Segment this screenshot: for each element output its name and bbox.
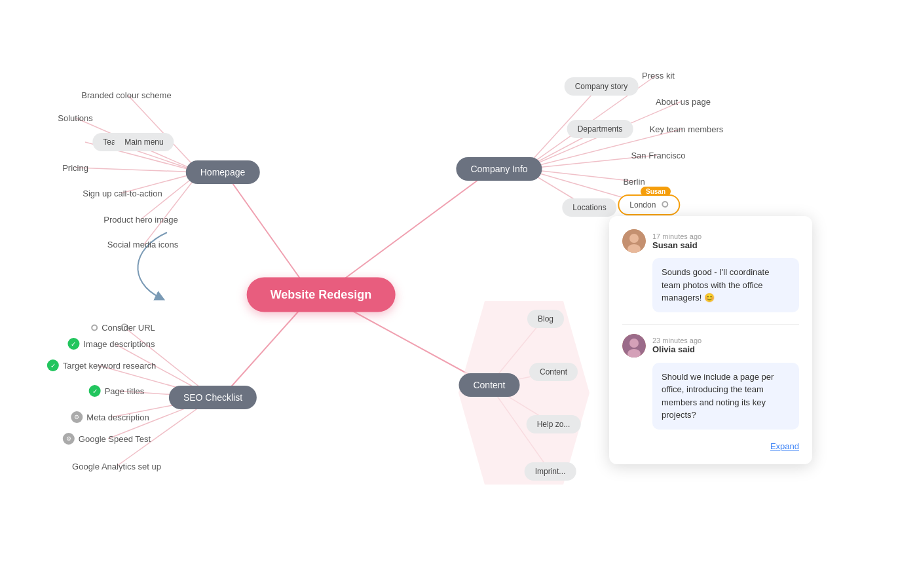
comment-1-text: Sounds good - I'll coordinate team photo… [662,267,769,303]
main-menu-node[interactable]: Main menu [114,133,174,151]
svg-point-36 [629,234,639,243]
berlin-label: Berlin [623,177,645,187]
svg-point-39 [629,339,639,348]
san-francisco-node: San Francisco [631,151,685,160]
keyword-research-label: Target keyword research [63,361,156,371]
imprint-label: Imprint... [535,467,566,476]
homepage-label: Homepage [200,167,246,177]
blog-node[interactable]: Blog [527,310,564,328]
image-desc-check-icon: ✓ [67,338,79,350]
svg-line-11 [144,172,200,244]
company-info-label: Company Info [470,164,527,174]
central-node: Website Redesign [247,278,396,312]
key-team-node: Key team members [650,124,724,134]
svg-line-8 [75,168,200,172]
about-us-label: About us page [656,97,711,107]
comment-2-text: Should we include a page per office, int… [662,372,774,420]
help-zone-node[interactable]: Help zo... [527,415,581,433]
google-speed-node: ⚙ Google Speed Test [63,433,151,445]
blog-label: Blog [538,314,553,323]
pricing-node: Pricing [62,163,88,173]
content-leaf-label: Content [540,367,567,377]
about-us-node: About us page [656,97,711,107]
seo-checklist-node[interactable]: SEO Checklist [169,386,257,409]
comment-2-bubble: Should we include a page per office, int… [652,363,799,430]
meta-desc-label: Meta description [86,413,149,422]
google-speed-gear-icon: ⚙ [63,433,75,445]
comment-2-meta: 23 minutes ago Olivia said [652,337,702,354]
page-titles-check-icon: ✓ [89,385,101,397]
locations-label: Locations [572,203,606,212]
central-node-label: Website Redesign [271,288,372,301]
social-media-label: Social media icons [107,240,178,249]
main-menu-label: Main menu [124,138,163,147]
comment-2: 23 minutes ago Olivia said Should we inc… [622,334,799,430]
pricing-label: Pricing [62,163,88,173]
company-story-label: Company story [575,82,628,91]
seo-checklist-label: SEO Checklist [183,392,242,403]
product-hero-node: Product hero image [103,215,178,225]
comment-1-header: 17 minutes ago Susan said [622,229,799,253]
company-info-node[interactable]: Company Info [456,157,542,181]
comment-1-author: Susan said [652,240,702,250]
comment-2-header: 23 minutes ago Olivia said [622,334,799,358]
comment-2-time: 23 minutes ago [652,337,702,344]
comment-1-time: 17 minutes ago [652,232,702,240]
keyword-research-node: ✓ Target keyword research [47,359,156,371]
google-speed-label: Google Speed Test [79,434,151,444]
imprint-node[interactable]: Imprint... [525,462,576,481]
consider-url-label: Consider URL [102,323,155,333]
content-label: Content [473,380,505,390]
comment-2-author: Olivia said [652,344,702,354]
svg-line-2 [223,304,305,396]
olivia-avatar-img [622,334,646,358]
help-zone-label: Help zo... [537,420,571,429]
press-kit-node: Press kit [642,71,675,81]
meta-gear-icon: ⚙ [71,411,83,423]
departments-node[interactable]: Departments [567,120,633,138]
berlin-node: Berlin [623,177,645,187]
comment-1-meta: 17 minutes ago Susan said [652,232,702,250]
consider-url-node: Consider URL [87,323,155,333]
expand-link[interactable]: Expand [622,441,799,451]
locations-node[interactable]: Locations [562,198,616,217]
san-francisco-label: San Francisco [631,151,685,160]
solutions-node: Solutions [58,113,92,123]
keyword-check-icon: ✓ [47,359,59,371]
svg-line-3 [341,304,485,383]
solutions-label: Solutions [58,113,92,123]
london-node[interactable]: London [618,194,680,215]
comment-panel: 17 minutes ago Susan said Sounds good - … [609,216,812,464]
olivia-avatar [622,334,646,358]
svg-line-0 [233,183,305,285]
branded-colour-node: Branded colour scheme [81,90,171,100]
london-dot [662,201,669,208]
page-titles-node: ✓ Page titles [89,385,145,397]
departments-label: Departments [578,124,623,134]
image-desc-node: ✓ Image descriptions [67,338,155,350]
content-node[interactable]: Content [458,373,519,397]
susan-avatar [622,229,646,253]
homepage-node[interactable]: Homepage [186,160,260,184]
product-hero-label: Product hero image [103,215,178,225]
branded-colour-label: Branded colour scheme [81,90,171,100]
consider-url-icon [91,324,98,331]
company-story-node[interactable]: Company story [565,77,639,96]
key-team-label: Key team members [650,124,724,134]
meta-desc-node: ⚙ Meta description [71,411,149,423]
comment-1: 17 minutes ago Susan said Sounds good - … [622,229,799,312]
svg-line-1 [341,170,491,282]
london-label: London [629,200,656,210]
press-kit-label: Press kit [642,71,675,81]
signup-cta-label: Sign up call-to-action [83,189,162,198]
google-analytics-node: Google Analytics set up [72,462,161,471]
social-media-node: Social media icons [107,240,178,249]
signup-cta-node: Sign up call-to-action [83,189,162,198]
comment-1-bubble: Sounds good - I'll coordinate team photo… [652,258,799,312]
comment-divider [622,324,799,325]
content-leaf-node[interactable]: Content [529,363,578,381]
page-titles-label: Page titles [105,386,145,396]
susan-avatar-img [622,229,646,253]
image-desc-label: Image descriptions [83,339,155,349]
google-analytics-label: Google Analytics set up [72,462,161,471]
